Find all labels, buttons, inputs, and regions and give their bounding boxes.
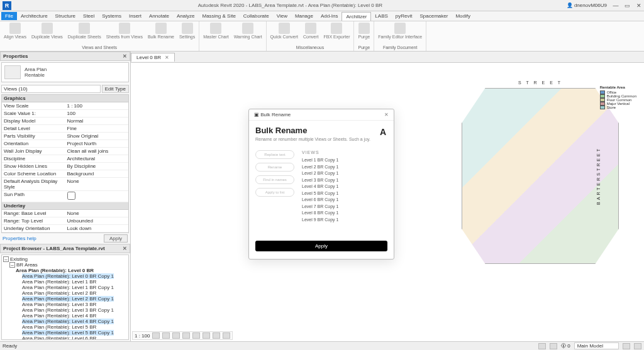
tree-item[interactable]: Area Plan (Rentable): Level 1 BR Copy 1 (22, 285, 114, 290)
tree-item[interactable]: Area Plan (Rentable): Level 1 BR (22, 279, 96, 285)
ribbon-button-bulk-rename[interactable]: Bulk Rename (148, 23, 174, 39)
maximize-button[interactable]: ▭ (622, 3, 632, 9)
property-value[interactable]: None (65, 210, 129, 217)
dialog-list-item[interactable]: Level 6 BR Copy 1 (302, 197, 387, 204)
close-icon[interactable]: ✕ (165, 55, 169, 60)
tab-spacemaker[interactable]: Spacemaker (416, 12, 452, 20)
tab-labs[interactable]: LABS (371, 12, 391, 20)
property-category[interactable]: Underlay (2, 202, 128, 210)
tab-analyze[interactable]: Analyze (173, 12, 198, 20)
property-value[interactable]: Unbounded (65, 217, 129, 224)
ribbon-button-master-chart[interactable]: Master Chart (203, 23, 228, 39)
dialog-list-item[interactable]: Level 4 BR Copy 1 (302, 183, 387, 190)
property-value[interactable]: By Discipline (65, 163, 129, 170)
property-value[interactable]: Project North (65, 140, 129, 147)
tree-item[interactable]: Existing (10, 256, 28, 262)
ribbon-button-quick-convert[interactable]: Quick Convert (270, 23, 298, 39)
tree-item[interactable]: Area Plan (Rentable): Level 0 BR Copy 1 (22, 273, 114, 279)
tab-systems[interactable]: Systems (98, 12, 125, 20)
ribbon-button-convert[interactable]: Convert (303, 23, 319, 39)
project-browser[interactable]: –Existing–BR AreasArea Plan (Rentable): … (1, 254, 129, 340)
tab-add-ins[interactable]: Add-Ins (317, 12, 342, 20)
property-category[interactable]: Graphics (2, 95, 128, 102)
property-value[interactable]: Normal (65, 118, 129, 124)
dialog-apply-button[interactable]: Apply (255, 241, 387, 251)
dialog-list-item[interactable]: Level 5 BR Copy 1 (302, 190, 387, 197)
edit-type-button[interactable]: Edit Type (102, 85, 129, 93)
ribbon-button-warning-chart[interactable]: Warning Chart (234, 23, 262, 39)
tab-annotate[interactable]: Annotate (145, 12, 173, 20)
tree-item[interactable]: Area Plan (Rentable): Level 4 BR Copy 1 (22, 319, 114, 324)
tab-pyrevit[interactable]: pyRevit (392, 12, 416, 20)
tab-steel[interactable]: Steel (79, 12, 98, 20)
tree-item[interactable]: Area Plan (Rentable): Level 5 BR (22, 324, 96, 330)
minimize-button[interactable]: — (611, 3, 621, 9)
tree-item[interactable]: Area Plan (Rentable): Level 2 BR Copy 1 (22, 296, 114, 302)
property-value[interactable]: Look down (65, 225, 129, 232)
crop-region-icon[interactable] (203, 332, 210, 339)
property-value[interactable]: 100 (65, 110, 129, 117)
dialog-list-item[interactable]: Level 2 BR Copy 1 (302, 170, 387, 177)
close-icon[interactable]: ✕ (123, 246, 127, 251)
ribbon-button-family-editor-interface[interactable]: Family Editor Interface (378, 23, 422, 39)
dialog-option-pill[interactable]: Apply to list (255, 188, 294, 197)
tab-archilizer[interactable]: Archilizer (341, 12, 371, 21)
type-selector[interactable]: Area Plan Rentable (1, 62, 129, 82)
tab-structure[interactable]: Structure (52, 12, 79, 20)
tab-architecture[interactable]: Architecture (17, 12, 52, 20)
tab-modify[interactable]: Modify (452, 12, 474, 20)
tab-collaborate[interactable]: Collaborate (240, 12, 273, 20)
close-button[interactable]: ✕ (634, 3, 644, 9)
tree-item[interactable]: Area Plan (Rentable): Level 3 BR (22, 302, 96, 307)
view-tab-active[interactable]: Level 0 BR ✕ (131, 53, 175, 62)
reveal-icon[interactable] (223, 332, 230, 339)
visual-style-icon[interactable] (162, 332, 170, 339)
ribbon-button-purge[interactable]: Purge (358, 23, 370, 39)
dialog-option-pill[interactable]: Find in names (255, 175, 294, 184)
ribbon-button-align-views[interactable]: Align Views (4, 23, 26, 39)
tab-manage[interactable]: Manage (291, 12, 317, 20)
property-value[interactable] (65, 191, 129, 202)
tree-toggle-icon[interactable]: – (9, 262, 15, 268)
property-value[interactable]: Architectural (65, 155, 129, 162)
properties-help-link[interactable]: Properties help (3, 236, 36, 241)
ribbon-button-fbx-exporter[interactable]: FBX Exporter (323, 23, 350, 39)
tree-item[interactable]: Area Plan (Rentable): Level 4 BR (22, 313, 96, 319)
dialog-list-item[interactable]: Level 8 BR Copy 1 (302, 210, 387, 217)
shadows-icon[interactable] (182, 332, 190, 339)
tab-file[interactable]: File (1, 12, 17, 20)
select-icon[interactable] (538, 343, 546, 349)
tree-item[interactable]: Area Plan (Rentable): Level 5 BR Copy 1 (22, 330, 114, 336)
filter-icon[interactable] (550, 343, 557, 349)
dialog-option-pill[interactable]: Rename (255, 163, 294, 172)
dialog-list-item[interactable]: Level 1 BR Copy 1 (302, 157, 387, 164)
tab-view[interactable]: View (273, 12, 291, 20)
ribbon-button-duplicate-sheets[interactable]: Duplicate Sheets (68, 23, 101, 39)
design-option-selector[interactable]: Main Model (574, 342, 619, 349)
editable-icon[interactable] (634, 343, 641, 349)
tree-item[interactable]: BR Areas (16, 262, 38, 268)
detail-level-icon[interactable] (152, 332, 160, 339)
close-icon[interactable]: ✕ (123, 53, 127, 59)
tab-insert[interactable]: Insert (125, 12, 145, 20)
tree-item[interactable]: Area Plan (Rentable): Level 0 BR (16, 268, 94, 273)
ribbon-button-duplicate-views[interactable]: Duplicate Views (31, 23, 63, 39)
properties-filter[interactable]: Views (10) (1, 85, 101, 93)
close-icon[interactable]: ✕ (384, 112, 389, 118)
dialog-option-pill[interactable]: Replace text (255, 150, 294, 159)
dialog-list-item[interactable]: Level 9 BR Copy 1 (302, 217, 387, 224)
workset-icon[interactable] (623, 343, 630, 349)
property-value[interactable]: None (65, 178, 129, 190)
tree-item[interactable]: Area Plan (Rentable): Level 2 BR (22, 290, 96, 296)
dialog-list-item[interactable]: Level 7 BR Copy 1 (302, 204, 387, 211)
property-value[interactable]: Clean all wall joins (65, 148, 129, 155)
properties-apply-button[interactable]: Apply (104, 234, 128, 243)
ribbon-button-settings[interactable]: Settings (179, 23, 195, 39)
property-value[interactable]: Background (65, 170, 129, 177)
dialog-list-item[interactable]: Level 2 BR Copy 1 (302, 164, 387, 171)
tree-toggle-icon[interactable]: – (3, 256, 9, 262)
property-value[interactable]: Fine (65, 125, 129, 132)
crop-icon[interactable] (192, 332, 200, 339)
ribbon-button-sheets-from-views[interactable]: Sheets from Views (106, 23, 143, 39)
hide-icon[interactable] (213, 332, 220, 339)
